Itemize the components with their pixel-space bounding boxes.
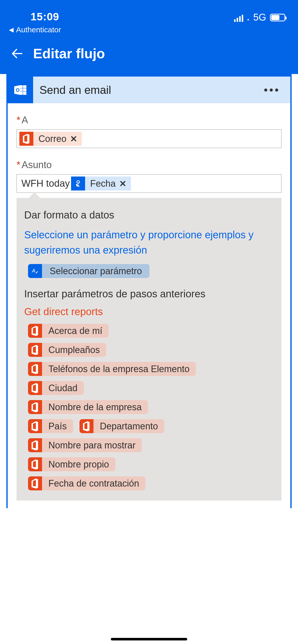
token-label: Fecha de contratación: [42, 476, 145, 490]
remove-chip-icon[interactable]: ✕: [119, 179, 126, 189]
format-hint-link[interactable]: Seleccione un parámetro y proporcione ej…: [24, 227, 274, 258]
to-chip-correo[interactable]: Correo✕: [19, 132, 82, 146]
token-label: Cumpleaños: [42, 343, 106, 357]
outlook-icon: O: [8, 77, 33, 103]
token-label: Ciudad: [42, 381, 84, 395]
token-telefonos-empresa[interactable]: Teléfonos de la empresa Elemento: [28, 362, 196, 376]
panel-caret-icon: [28, 192, 41, 199]
office-icon: [28, 381, 42, 395]
svg-text:O: O: [16, 87, 20, 93]
subject-label: *Asunto: [17, 159, 281, 170]
token-nombre-mostrar[interactable]: Nombre para mostrar: [28, 438, 142, 452]
remove-chip-icon[interactable]: ✕: [70, 134, 77, 144]
back-arrow-icon[interactable]: [10, 47, 24, 61]
office-icon: [28, 343, 42, 357]
card-menu-button[interactable]: •••: [264, 84, 290, 96]
source-step-name: Get direct reports: [24, 306, 274, 317]
chip-label: Fecha: [90, 178, 116, 189]
token-acerca-de-mi[interactable]: Acerca de mí: [28, 324, 109, 338]
chip-label: Correo: [38, 134, 66, 144]
home-indicator[interactable]: [111, 638, 187, 640]
token-label: Departamento: [93, 419, 164, 433]
token-departamento[interactable]: Departamento: [79, 419, 164, 433]
status-right: . 5G: [234, 12, 285, 23]
token-nombre-empresa[interactable]: Nombre de la empresa: [28, 400, 148, 414]
token-fecha-contratacion[interactable]: Fecha de contratación: [28, 476, 145, 490]
office-icon: [19, 132, 33, 146]
office-icon: [79, 419, 93, 433]
token-pais[interactable]: País: [28, 419, 73, 433]
signal-dot: .: [247, 12, 249, 22]
token-ciudad[interactable]: Ciudad: [28, 381, 84, 395]
office-icon: [28, 362, 42, 376]
back-caret-icon: ◀: [9, 26, 13, 33]
token-nombre-propio[interactable]: Nombre propio: [28, 457, 115, 471]
office-icon: [28, 476, 42, 490]
token-label: País: [42, 419, 73, 433]
tap-icon: [71, 177, 85, 191]
token-label: Nombre para mostrar: [42, 438, 142, 452]
subject-chip-fecha[interactable]: Fecha✕: [71, 177, 131, 191]
nav-header: Editar flujo: [0, 38, 298, 74]
status-time: 15:09: [13, 11, 59, 23]
card-body: *A Correo✕ *Asunto WFH today Fecha✕ Dar …: [8, 103, 290, 508]
return-app-label: Authenticator: [16, 25, 61, 34]
format-heading: Dar formato a datos: [24, 209, 274, 221]
subject-input[interactable]: WFH today Fecha✕: [17, 174, 281, 193]
token-label: Nombre propio: [42, 457, 115, 471]
to-input[interactable]: Correo✕: [17, 129, 281, 148]
to-label: *A: [17, 115, 281, 126]
office-icon: [28, 419, 42, 433]
dynamic-content-panel: Dar formato a datos Seleccione un paráme…: [17, 198, 281, 501]
token-list: Acerca de mí Cumpleaños Teléfonos de la …: [28, 324, 274, 490]
return-to-app[interactable]: ◀ Authenticator: [0, 25, 298, 38]
select-parameter-button[interactable]: A Seleccionar parámetro: [28, 264, 150, 278]
office-icon: [28, 400, 42, 414]
battery-icon: [270, 14, 285, 21]
office-icon: [28, 457, 42, 471]
page-title: Editar flujo: [33, 46, 105, 61]
token-label: Nombre de la empresa: [42, 400, 148, 414]
office-icon: [28, 438, 42, 452]
format-icon: A: [28, 264, 42, 278]
card-header[interactable]: O Send an email •••: [8, 77, 290, 103]
svg-text:A: A: [32, 268, 35, 273]
signal-icon: [234, 13, 243, 22]
status-bar: 15:09 . 5G: [0, 0, 298, 25]
insert-params-heading: Insertar parámetros de pasos anteriores: [24, 288, 274, 300]
token-cumpleanos[interactable]: Cumpleaños: [28, 343, 106, 357]
token-label: Acerca de mí: [42, 324, 109, 338]
card-title: Send an email: [33, 84, 111, 96]
select-parameter-label: Seleccionar parámetro: [42, 266, 150, 276]
subject-text: WFH today: [19, 178, 71, 189]
network-label: 5G: [253, 12, 266, 23]
office-icon: [28, 324, 42, 338]
action-card: O Send an email ••• *A Correo✕ *Asunto W…: [6, 74, 292, 508]
token-label: Teléfonos de la empresa Elemento: [42, 362, 196, 376]
